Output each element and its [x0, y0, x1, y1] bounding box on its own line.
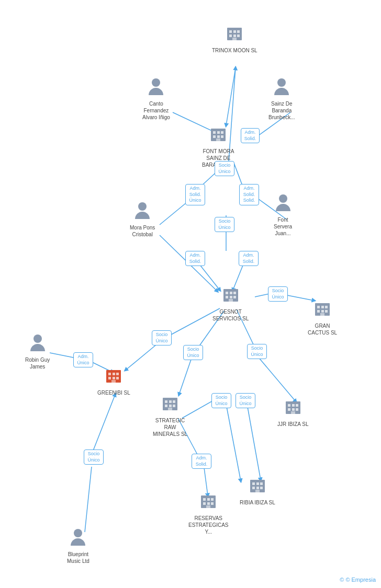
svg-rect-92 [256, 482, 259, 485]
strategic-node: STRATEGICRAWMINERALS SL [153, 394, 187, 437]
jjr-ibiza-node: JJR IBIZA SL [277, 397, 308, 428]
svg-rect-85 [296, 404, 298, 407]
svg-rect-50 [226, 292, 228, 294]
mora-pons-icon [134, 201, 151, 223]
font-mora-icon [209, 124, 228, 146]
svg-rect-63 [325, 310, 328, 313]
svg-rect-99 [203, 498, 206, 501]
canto-label: CantoFernandezAlvaro Iñigo [142, 100, 170, 121]
badge-adm-unico-robin[interactable]: Adm.Único [73, 352, 93, 367]
svg-rect-51 [230, 292, 232, 294]
svg-rect-53 [226, 296, 228, 298]
canto-icon [148, 77, 164, 99]
svg-rect-30 [229, 30, 232, 33]
svg-rect-89 [291, 411, 295, 414]
svg-rect-43 [221, 135, 223, 138]
svg-rect-67 [108, 373, 111, 375]
reservas-node: RESERVASESTRATEGICASY... [188, 491, 229, 535]
svg-line-22 [226, 404, 241, 481]
svg-rect-77 [173, 400, 175, 403]
org-chart-canvas: TRINOX MOON SL FONT MORASAINZ DEBARANDA … [0, 0, 381, 588]
robin-guy-node: Robin GuyJames [25, 333, 50, 370]
svg-rect-44 [216, 139, 220, 141]
robin-guy-label: Robin GuyJames [25, 356, 50, 370]
svg-line-26 [85, 467, 92, 532]
font-servera-node: FontServeraJuan... [274, 193, 292, 237]
badge-adm-solid-lower-right[interactable]: Adm.Solid. [239, 251, 259, 266]
svg-rect-103 [207, 502, 210, 505]
badge-socio-unico-gran[interactable]: SocioÚnico [268, 286, 288, 302]
svg-rect-55 [233, 296, 236, 298]
svg-line-21 [259, 358, 296, 401]
svg-line-19 [179, 360, 191, 395]
svg-rect-104 [211, 502, 214, 505]
svg-rect-56 [229, 299, 233, 302]
sainz-label: Sainz DeBarandaBrunbeck... [268, 100, 295, 121]
badge-socio-unico-blueprint[interactable]: SocioÚnico [84, 449, 104, 465]
badge-adm-solid-left[interactable]: Adm.Solid.Único [185, 184, 205, 205]
svg-rect-91 [252, 482, 255, 485]
svg-rect-54 [230, 296, 232, 298]
canto-node: CantoFernandezAlvaro Iñigo [142, 77, 170, 121]
svg-rect-81 [168, 408, 172, 410]
sainz-icon [273, 77, 290, 99]
svg-point-46 [277, 78, 286, 87]
svg-line-27 [93, 395, 115, 451]
svg-rect-72 [116, 377, 119, 379]
badge-socio-unico-ribia2[interactable]: SocioÚnico [236, 393, 255, 408]
trinox-icon [225, 24, 244, 45]
ribia-ibiza-label: RIBIA IBIZA SL [240, 499, 275, 506]
strategic-label: STRATEGICRAWMINERALS SL [153, 417, 187, 437]
svg-rect-31 [233, 30, 236, 33]
svg-point-48 [279, 194, 287, 203]
svg-rect-33 [229, 34, 232, 37]
svg-rect-93 [260, 482, 263, 485]
svg-rect-32 [237, 30, 240, 33]
svg-line-16 [50, 353, 76, 358]
ribia-ibiza-icon [248, 476, 267, 498]
svg-rect-78 [165, 405, 167, 407]
watermark-brand: © Empresia [345, 577, 376, 583]
svg-rect-71 [113, 377, 115, 379]
font-servera-label: FontServeraJuan... [274, 216, 292, 237]
badge-socio-unico-mid[interactable]: SocioÚnico [215, 217, 234, 232]
svg-rect-102 [203, 502, 206, 505]
badge-adm-solid-lower-left[interactable]: Adm.Solid. [185, 251, 205, 266]
svg-rect-79 [169, 405, 172, 407]
svg-rect-75 [165, 400, 167, 403]
badge-socio-unico-strategic[interactable]: SocioÚnico [183, 345, 203, 360]
reservas-icon [199, 491, 218, 513]
svg-rect-70 [108, 377, 111, 379]
svg-rect-69 [116, 373, 119, 375]
trinox-node: TRINOX MOON SL [212, 24, 257, 54]
svg-rect-42 [217, 135, 220, 138]
mora-pons-label: Mora PonsCristobal [130, 224, 155, 238]
gesnot-icon [221, 285, 240, 307]
badge-socio-unico-jjr[interactable]: SocioÚnico [247, 344, 267, 359]
badge-socio-unico-ribia1[interactable]: SocioÚnico [211, 393, 231, 408]
svg-rect-40 [221, 131, 223, 134]
reservas-label: RESERVASESTRATEGICASY... [188, 515, 229, 535]
badge-socio-unico-fontmora[interactable]: SocioÚnico [215, 161, 234, 176]
svg-rect-105 [206, 505, 210, 508]
svg-point-106 [74, 529, 82, 537]
badge-socio-unico-greenibi[interactable]: SocioÚnico [152, 330, 172, 345]
svg-rect-87 [292, 408, 295, 411]
badge-adm-solid-top[interactable]: Adm.Solid. [241, 128, 260, 143]
svg-rect-86 [288, 408, 290, 411]
badge-adm-solid-right[interactable]: Adm.Solid.Solid. [239, 184, 259, 205]
sainz-node: Sainz DeBarandaBrunbeck... [268, 77, 295, 121]
svg-rect-52 [233, 292, 236, 294]
svg-rect-88 [296, 408, 298, 411]
svg-line-14 [166, 308, 220, 337]
jjr-ibiza-label: JJR IBIZA SL [277, 421, 308, 428]
svg-rect-97 [255, 490, 260, 492]
gran-cactus-label: GRANCACTUS SL [308, 322, 337, 336]
badge-adm-solid-reservas[interactable]: Adm.Solid. [192, 454, 211, 469]
trinox-label: TRINOX MOON SL [212, 47, 257, 54]
svg-line-23 [247, 404, 261, 480]
watermark: © © Empresia [340, 577, 376, 583]
svg-rect-35 [237, 34, 240, 37]
svg-point-45 [152, 78, 160, 87]
svg-rect-84 [292, 404, 295, 407]
